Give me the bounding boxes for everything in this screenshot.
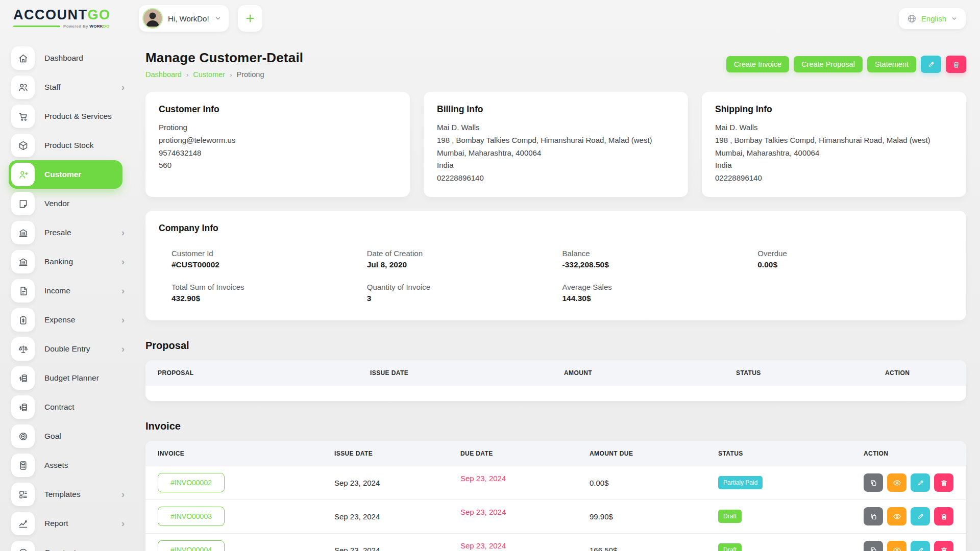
sidebar-item-templates[interactable]: Templates› xyxy=(9,480,132,509)
sidebar-item-vendor[interactable]: Vendor xyxy=(9,189,132,218)
sidebar-item-budget-planner[interactable]: Budget Planner xyxy=(9,364,132,392)
sidebar-item-label: Goal xyxy=(44,432,61,441)
status-badge: Draft xyxy=(718,543,742,551)
amount-due: 166.50$ xyxy=(590,546,718,551)
sidebar-nav: DashboardStaff›Product & ServicesProduct… xyxy=(0,37,132,551)
invoice-row: #INVO00002Sep 23, 2024Sep 23, 20240.00$P… xyxy=(145,466,966,500)
sidebar-item-dashboard[interactable]: Dashboard xyxy=(9,44,132,72)
create-proposal-button[interactable]: Create Proposal xyxy=(794,56,863,72)
edit-icon xyxy=(927,61,935,68)
info-line: 198 , Bombay Talkies Compd, Himanshurai … xyxy=(437,134,675,147)
sidebar-item-product-services[interactable]: Product & Services xyxy=(9,102,132,131)
sidebar-item-assets[interactable]: Assets xyxy=(9,451,132,480)
edit-button[interactable] xyxy=(911,541,930,551)
field-value: 0.00$ xyxy=(757,260,953,269)
copy-icon xyxy=(870,513,877,520)
issue-date: Sep 23, 2024 xyxy=(334,512,460,521)
edit-customer-button[interactable] xyxy=(921,56,941,73)
main-content: Manage Customer-Detail Dashboard›Custome… xyxy=(132,37,980,551)
due-date: Sep 23, 2024 xyxy=(460,508,590,516)
copy-icon xyxy=(870,546,877,551)
edit-button[interactable] xyxy=(911,507,930,525)
create-invoice-button[interactable]: Create Invoice xyxy=(726,56,790,72)
sidebar-item-label: Expense xyxy=(44,315,75,324)
app-logo[interactable]: ACCOUNTGO Powered By WORKDO xyxy=(13,8,132,29)
invoice-number-link[interactable]: #INVO00003 xyxy=(158,507,225,526)
duplicate-button[interactable] xyxy=(864,541,883,551)
card-title: Customer Info xyxy=(159,104,397,115)
clipboard-dollar-icon xyxy=(11,308,35,332)
column-header-action: Action xyxy=(885,369,954,377)
trash-icon xyxy=(952,61,960,68)
breadcrumb-dashboard[interactable]: Dashboard xyxy=(145,70,182,79)
field-value: #CUST00002 xyxy=(172,260,367,269)
sidebar-item-income[interactable]: Income› xyxy=(9,277,132,305)
due-date: Sep 23, 2024 xyxy=(460,474,590,483)
chart-icon xyxy=(11,512,35,535)
chevron-right-icon: › xyxy=(121,83,125,92)
chevron-right-icon: › xyxy=(121,490,125,499)
sidebar-item-goal[interactable]: Goal xyxy=(9,422,132,450)
invoice-number-link[interactable]: #INVO00004 xyxy=(158,540,225,551)
delete-button[interactable] xyxy=(934,473,953,492)
field-value: -332,208.50$ xyxy=(562,260,758,269)
target-icon xyxy=(11,424,35,448)
view-button[interactable] xyxy=(887,473,906,492)
language-selector[interactable]: English xyxy=(899,8,966,29)
sidebar-item-staff[interactable]: Staff› xyxy=(9,73,132,102)
field-label: Quantity of Invoice xyxy=(367,283,562,291)
duplicate-button[interactable] xyxy=(864,507,883,525)
sidebar-item-label: Templates xyxy=(44,490,81,499)
chevron-right-icon: › xyxy=(121,548,125,551)
note-icon xyxy=(11,192,35,215)
breadcrumb-customer[interactable]: Customer xyxy=(193,70,225,79)
breadcrumb: Dashboard›Customer›Protiong xyxy=(145,70,303,79)
document-icon xyxy=(11,279,35,303)
sidebar-item-constant[interactable]: Constant› xyxy=(9,538,132,551)
duplicate-button[interactable] xyxy=(864,473,883,492)
delete-button[interactable] xyxy=(934,541,953,551)
sidebar-item-label: Vendor xyxy=(44,199,69,208)
edit-button[interactable] xyxy=(911,473,930,492)
column-header-due-date: Due Date xyxy=(460,450,590,457)
sidebar-item-product-stock[interactable]: Product Stock xyxy=(9,131,132,160)
sidebar-item-report[interactable]: Report› xyxy=(9,509,132,538)
home-icon xyxy=(11,46,35,70)
sidebar-item-customer[interactable]: Customer xyxy=(9,160,122,189)
info-line: 560 xyxy=(159,159,397,172)
delete-button[interactable] xyxy=(934,507,953,525)
info-line: Mumbai, Maharashtra, 400064 xyxy=(715,147,953,160)
status-badge: Partialy Paid xyxy=(718,476,763,489)
sidebar-item-banking[interactable]: Banking› xyxy=(9,247,132,276)
view-button[interactable] xyxy=(887,507,906,525)
statement-button[interactable]: Statement xyxy=(867,56,916,72)
page-actions: Create Invoice Create Proposal Statement xyxy=(726,56,966,73)
chevron-right-icon: › xyxy=(121,519,125,528)
logo-text-primary: ACCOUNT xyxy=(13,7,88,22)
user-greeting: Hi, WorkDo! xyxy=(168,14,209,23)
language-label: English xyxy=(921,14,946,23)
field-label: Date of Creation xyxy=(367,249,562,258)
sidebar-item-double-entry[interactable]: Double Entry› xyxy=(9,335,132,363)
sidebar-item-contract[interactable]: Contract xyxy=(9,393,132,421)
field-label: Balance xyxy=(562,249,758,258)
delete-customer-button[interactable] xyxy=(946,56,966,73)
eye-icon xyxy=(893,546,901,551)
sidebar-item-label: Customer xyxy=(44,170,81,179)
sidebar-item-expense[interactable]: Expense› xyxy=(9,306,132,334)
sidebar-item-presale[interactable]: Presale› xyxy=(9,218,132,247)
sidebar-item-label: Assets xyxy=(44,461,68,470)
user-menu[interactable]: Hi, WorkDo! xyxy=(139,5,229,32)
trash-icon xyxy=(940,546,948,551)
view-button[interactable] xyxy=(887,541,906,551)
card-title: Billing Info xyxy=(437,104,675,115)
users-icon xyxy=(11,76,35,99)
chevron-right-icon: › xyxy=(121,257,125,266)
chevron-right-icon: › xyxy=(121,315,125,324)
invoice-number-link[interactable]: #INVO00002 xyxy=(158,473,225,492)
add-button[interactable] xyxy=(238,5,262,32)
logo-text-accent: GO xyxy=(88,7,111,22)
company-field-balance: Balance-332,208.50$ xyxy=(562,249,758,269)
field-label: Average Sales xyxy=(562,283,758,291)
info-line: Mumbai, Maharashtra, 400064 xyxy=(437,147,675,160)
